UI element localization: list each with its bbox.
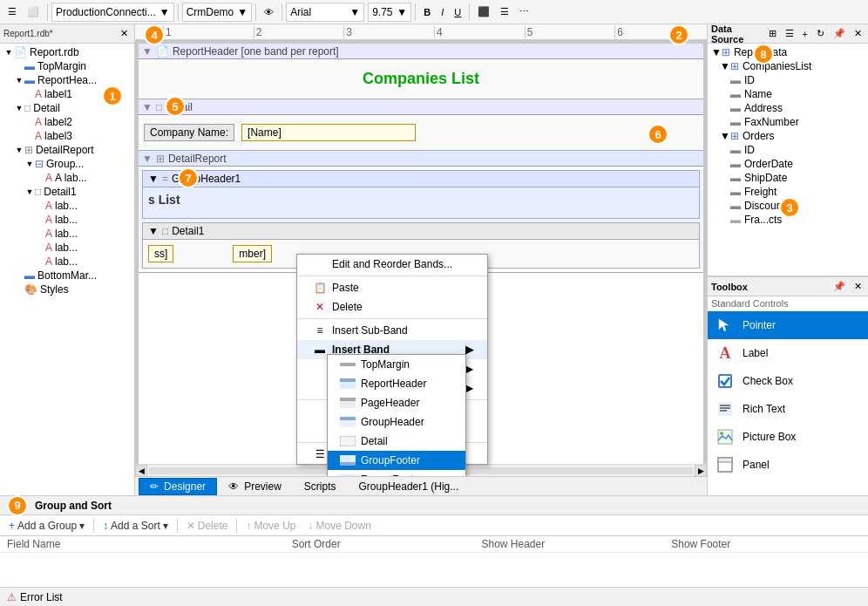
- ds-item-shipdate[interactable]: ▬ ShipDate: [709, 171, 866, 185]
- design-canvas[interactable]: ▼ 📄 ReportHeader [one band per report] C…: [135, 40, 707, 476]
- ds-item-discount[interactable]: ▬ Discount 3: [709, 199, 866, 213]
- orders-icon: ⊞: [730, 130, 739, 142]
- ds-close-btn[interactable]: ✕: [851, 27, 865, 40]
- ds-item-orders-id[interactable]: ▬ ID: [709, 143, 866, 157]
- project-dropdown[interactable]: ProductionConnecti... ▼: [51, 3, 174, 22]
- tool-richtext[interactable]: Rich Text: [708, 395, 868, 423]
- tree-item-label2[interactable]: A label2: [2, 115, 132, 129]
- move-up-gs-btn[interactable]: ↑ Move Up: [241, 518, 301, 534]
- field-fracts-icon: ▬: [730, 214, 741, 226]
- tree-item-group[interactable]: ▼ ⊟ Group...: [2, 157, 132, 171]
- badge-9: 9: [7, 495, 28, 516]
- tool-checkbox[interactable]: Check Box: [708, 367, 868, 395]
- underline-button[interactable]: U: [450, 4, 465, 20]
- submenu-detail[interactable]: Detail: [328, 432, 465, 451]
- detail-icon: □: [24, 102, 31, 114]
- svg-rect-5: [340, 417, 356, 420]
- tab-scripts[interactable]: Scripts: [293, 478, 348, 495]
- tree-item-lab2[interactable]: A lab...: [2, 213, 132, 227]
- tab-designer[interactable]: ✏ Designer: [139, 478, 217, 495]
- layout-dropdown[interactable]: CrmDemo ▼: [182, 3, 253, 22]
- toolbar-icon-2[interactable]: ⬜: [23, 3, 44, 20]
- submenu-reportheader[interactable]: ReportHeader: [328, 374, 465, 393]
- tool-label[interactable]: A Label: [708, 339, 868, 367]
- align-left-btn[interactable]: ⬛: [473, 3, 494, 20]
- delete-gs-btn[interactable]: ✕ Delete: [181, 518, 234, 534]
- field-name-icon: ▬: [730, 88, 741, 100]
- group-header-band-content[interactable]: s List: [143, 187, 699, 218]
- ds-grid-view-btn[interactable]: ⊞: [766, 27, 779, 40]
- menu-insert-subband[interactable]: ≡ Insert Sub-Band: [297, 321, 487, 340]
- detail-band-content[interactable]: Company Name: [Name] 6: [139, 115, 703, 150]
- bold-button[interactable]: B: [419, 4, 435, 20]
- align-center-btn[interactable]: ☰: [496, 3, 513, 20]
- ds-item-faxnumber[interactable]: ▬ FaxNumber: [709, 115, 866, 129]
- gs-sep1: [93, 519, 94, 533]
- tree-item-detail[interactable]: ▼ □ Detail: [2, 101, 132, 115]
- detail-report-label: DetailReport: [168, 153, 227, 165]
- ds-item-orders[interactable]: ▼ ⊞ Orders: [709, 129, 866, 143]
- ds-item-id[interactable]: ▬ ID: [709, 73, 866, 87]
- submenu-groupheader[interactable]: GroupHeader: [328, 412, 465, 432]
- scroll-right-btn[interactable]: ▶: [695, 465, 707, 477]
- menu-paste[interactable]: 📋 Paste: [297, 278, 487, 297]
- tree-item-topmargin[interactable]: ▬ TopMargin: [2, 59, 132, 73]
- menu-delete[interactable]: ✕ Delete: [297, 297, 487, 317]
- submenu-reportfooter[interactable]: ReportFooter: [328, 470, 465, 476]
- tree-label-detailreport: DetailReport: [36, 144, 94, 156]
- detail-band-header: ▼ □ Detail 5: [139, 99, 703, 115]
- tree-item-lab4[interactable]: A lab...: [2, 241, 132, 255]
- move-down-gs-btn[interactable]: ↓ Move Down: [302, 518, 376, 534]
- submenu-pageheader[interactable]: PageHeader: [328, 393, 465, 412]
- ds-refresh-btn[interactable]: ↻: [814, 27, 827, 40]
- italic-button[interactable]: I: [437, 4, 448, 20]
- tree-item-detailreport[interactable]: ▼ ⊞ DetailReport: [2, 143, 132, 157]
- bottom-tabs: ✏ Designer 👁 Preview Scripts GroupHeader…: [135, 476, 707, 495]
- close-left-panel[interactable]: ✕: [118, 27, 131, 40]
- tree-item-group-a[interactable]: A A lab...: [2, 171, 132, 185]
- toolbox-pin-btn[interactable]: 📌: [831, 280, 848, 293]
- font-size-dropdown[interactable]: 9.75 ▼: [368, 3, 411, 22]
- tree-item-styles[interactable]: 🎨 Styles: [2, 283, 132, 296]
- ds-item-name[interactable]: ▬ Name: [709, 87, 866, 101]
- left-panel-header: Report1.rdb* ✕: [0, 24, 134, 44]
- ds-item-companieslist[interactable]: ▼ ⊞ CompaniesList: [709, 59, 866, 73]
- tree-item-lab5[interactable]: A lab...: [2, 255, 132, 269]
- add-group-btn[interactable]: + Add a Group ▾: [3, 518, 90, 534]
- tree-item-label3[interactable]: A label3: [2, 129, 132, 143]
- ds-list-view-btn[interactable]: ☰: [783, 27, 797, 40]
- toolbox-close-btn[interactable]: ✕: [851, 280, 865, 293]
- font-dropdown[interactable]: Arial ▼: [286, 3, 364, 22]
- file-tree: ▼ 📄 Report.rdb ▬ TopMargin ▼ ▬ ReportHea…: [0, 44, 134, 495]
- tree-item-lab3[interactable]: A lab...: [2, 227, 132, 241]
- submenu-topmargin[interactable]: TopMargin: [328, 355, 465, 374]
- ds-item-reportdata[interactable]: ▼ ⊞ ReportData: [709, 45, 866, 59]
- tree-item-lab1[interactable]: A lab...: [2, 199, 132, 213]
- tree-item-detail1[interactable]: ▼ □ Detail1: [2, 185, 132, 199]
- scroll-left-btn[interactable]: ◀: [135, 465, 147, 477]
- tool-pointer[interactable]: Pointer: [708, 311, 868, 339]
- ds-item-freight[interactable]: ▬ Freight: [709, 185, 866, 199]
- tool-panel[interactable]: Panel: [708, 451, 868, 479]
- ds-pin-btn[interactable]: 📌: [831, 27, 848, 40]
- submenu-groupfooter[interactable]: GroupFooter: [328, 451, 465, 470]
- tab-preview[interactable]: 👁 Preview: [217, 478, 293, 495]
- group-sort-data: [0, 553, 868, 587]
- more-btn[interactable]: ⋯: [515, 3, 533, 20]
- toolbar-preview-btn[interactable]: 👁: [260, 4, 278, 20]
- tree-item-report-rdb[interactable]: ▼ 📄 Report.rdb: [2, 45, 132, 59]
- tree-item-reporthead[interactable]: ▼ ▬ ReportHea...: [2, 73, 132, 87]
- tree-item-label1[interactable]: A label1 1: [2, 87, 132, 101]
- ds-add-btn[interactable]: +: [800, 28, 810, 40]
- ds-item-orderdate[interactable]: ▬ OrderDate: [709, 157, 866, 171]
- report-header-content[interactable]: Companies List: [139, 59, 703, 99]
- tab-groupheader[interactable]: GroupHeader1 (Hig...: [348, 478, 471, 495]
- toolbar-icon-1[interactable]: ☰: [3, 3, 21, 20]
- add-sort-btn[interactable]: ↕ Add a Sort ▾: [98, 518, 173, 534]
- menu-edit-reorder[interactable]: Edit and Reorder Bands...: [297, 255, 487, 274]
- collapse-icon: ☰: [311, 448, 329, 460]
- ds-item-fracts[interactable]: ▬ Fra...cts: [709, 213, 866, 227]
- ds-item-address[interactable]: ▬ Address: [709, 101, 866, 115]
- tool-picturebox[interactable]: Picture Box: [708, 423, 868, 451]
- tree-item-bottommar[interactable]: ▬ BottomMar...: [2, 269, 132, 283]
